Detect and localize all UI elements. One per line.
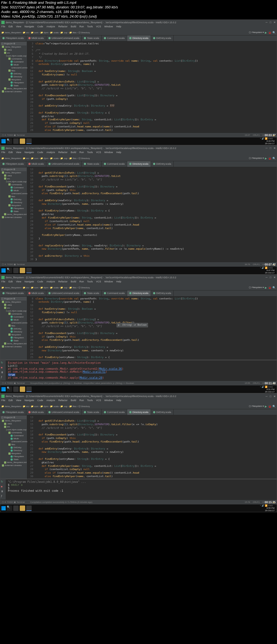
run-button[interactable]: ▶ xyxy=(265,405,267,408)
tree-item-demo_filesystem[interactable]: demo_filesystem xyxy=(1,300,27,303)
system-clock[interactable]: ^ 🔊 📶 ENG 8:55 PM29-Oct-17 xyxy=(260,504,276,512)
tree-item-State[interactable]: State xyxy=(1,84,27,87)
search-button[interactable]: 🔍 xyxy=(7,387,12,392)
tree-item-commands[interactable]: commands xyxy=(1,312,27,315)
tab-Mkdir.scala[interactable]: Mkdir.scala xyxy=(26,290,46,296)
pause-icon[interactable]: ⏸ xyxy=(1,371,5,375)
status-tabs[interactable]: ▢ 6: TODO ▣ Terminal xyxy=(2,501,25,503)
menu-edit[interactable]: Edit xyxy=(9,25,13,30)
menu-window[interactable]: Window xyxy=(104,25,113,30)
menu-build[interactable]: Build xyxy=(71,25,76,30)
exit-icon[interactable]: ⤴ xyxy=(1,495,5,498)
intellij-icon[interactable] xyxy=(26,387,32,392)
maximize-button[interactable]: □ xyxy=(270,395,271,398)
menu-tools[interactable]: Tools xyxy=(87,151,93,156)
menu-run[interactable]: Run xyxy=(80,151,84,156)
line-sep[interactable]: CRLF‡ xyxy=(253,134,260,136)
tree-item-src[interactable]: src xyxy=(1,51,27,54)
console-output[interactable]: Exception in thread "main" java.lang.Nul… xyxy=(6,360,277,381)
tree-item-com.rtjvm.scala.oop[interactable]: com.rtjvm.scala.oop xyxy=(1,180,27,183)
tab-Command.scala[interactable]: Command.scala xyxy=(102,161,127,167)
stop-icon[interactable]: ■ xyxy=(1,366,5,370)
intellij-icon[interactable] xyxy=(26,138,32,144)
code-editor[interactable]: 3 class="kw">import scala.annotation.tai… xyxy=(27,41,277,133)
maximize-button[interactable]: □ xyxy=(270,147,271,150)
tree-item-filesystem[interactable]: filesystem xyxy=(1,452,27,455)
console-output[interactable]: "C:\Program Files\Java\jdk1.8.0_66\bin\j… xyxy=(6,479,277,500)
tree-item-Command[interactable]: Command xyxy=(1,315,27,318)
tree-item-com.rtjvm.scala.oop[interactable]: com.rtjvm.scala.oop xyxy=(1,309,27,312)
tree-item-src[interactable]: src xyxy=(1,306,27,309)
exit-icon[interactable]: ⤴ xyxy=(1,376,5,379)
tree-item-DirEntry[interactable]: DirEntry xyxy=(1,198,27,201)
tree-item-filesystem[interactable]: filesystem xyxy=(1,78,27,81)
tab-Directory.scala[interactable]: Directory.scala xyxy=(127,161,151,167)
tab-Filesystem.scala[interactable]: Filesystem.scala xyxy=(0,35,26,41)
tree-item-.idea[interactable]: .idea xyxy=(1,48,27,51)
explorer-icon[interactable] xyxy=(20,387,25,392)
menu-tools[interactable]: Tools xyxy=(87,280,93,285)
menu-run[interactable]: Run xyxy=(80,280,84,285)
menu-help[interactable]: Help xyxy=(116,399,121,404)
breadcrumb[interactable]: 📁 demo_filesystem › 📁 src › 📁 com › 📁 rt… xyxy=(1,157,90,160)
close-button[interactable]: ✕ xyxy=(273,21,276,24)
tab-State.scala[interactable]: State.scala xyxy=(82,290,102,296)
line-sep[interactable]: CRLF‡ xyxy=(253,382,260,384)
tab-UnknownCommand.scala[interactable]: UnknownCommand.scala xyxy=(46,35,82,41)
tree-item-commands[interactable]: commands xyxy=(1,431,27,434)
project-tool-header[interactable]: ▢ Project ▾ ⚙ xyxy=(1,168,27,171)
menu-tools[interactable]: Tools xyxy=(87,399,93,404)
search-icon[interactable]: 🔍 xyxy=(272,405,276,408)
tab-UnknownCommand.scala[interactable]: UnknownCommand.scala xyxy=(46,409,82,415)
tree-item-Command[interactable]: Command xyxy=(1,186,27,189)
close-button[interactable]: ✕ xyxy=(273,147,276,150)
menu-code[interactable]: Code xyxy=(37,280,43,285)
system-clock[interactable]: ^ 🔊 📶 ENG 8:51 PM29-Oct-17 xyxy=(260,386,276,393)
tree-item-Directory[interactable]: Directory xyxy=(1,330,27,333)
tab-Command.scala[interactable]: Command.scala xyxy=(102,35,127,41)
minimize-button[interactable]: ─ xyxy=(266,395,268,398)
start-button[interactable] xyxy=(1,268,6,273)
tab-State.scala[interactable]: State.scala xyxy=(82,409,102,415)
tree-item-demo_filesystem.iml[interactable]: demo_filesystem.iml xyxy=(1,213,27,216)
menu-edit[interactable]: Edit xyxy=(9,399,13,404)
tree-item-External Libraries[interactable]: External Libraries xyxy=(1,464,27,467)
tab-DirEntry.scala[interactable]: DirEntry.scala xyxy=(151,290,174,296)
menu-run[interactable]: Run xyxy=(80,25,84,30)
taskview-button[interactable] xyxy=(13,506,19,511)
tree-item-Directory[interactable]: Directory xyxy=(1,201,27,204)
menu-code[interactable]: Code xyxy=(37,151,43,156)
system-clock[interactable]: ^ 🔊 📶 ENG 8:47 PM29-Oct-17 xyxy=(260,267,276,274)
tab-Command.scala[interactable]: Command.scala xyxy=(102,409,127,415)
tree-item-src[interactable]: src xyxy=(1,177,27,180)
tab-Mkdir.scala[interactable]: Mkdir.scala xyxy=(26,409,46,415)
menu-tools[interactable]: Tools xyxy=(87,25,93,30)
line-sep[interactable]: CRLF‡ xyxy=(253,263,260,266)
tree-item-commands[interactable]: commands xyxy=(1,183,27,186)
tree-item-Mkdir[interactable]: Mkdir xyxy=(1,437,27,440)
breadcrumb[interactable]: 📁 demo_filesystem › 📁 src › 📁 com › 📁 rt… xyxy=(1,286,90,289)
tab-Mkdir.scala[interactable]: Mkdir.scala xyxy=(26,161,46,167)
start-button[interactable] xyxy=(1,387,6,391)
minimize-button[interactable]: ─ xyxy=(266,276,268,279)
tree-item-State[interactable]: State xyxy=(1,339,27,342)
tree-item-Filesystem[interactable]: Filesystem xyxy=(1,336,27,339)
rerun-icon[interactable]: ↻ xyxy=(1,480,5,484)
taskview-button[interactable] xyxy=(13,268,19,273)
tab-Command.scala[interactable]: Command.scala xyxy=(102,290,127,296)
tree-item-External Libraries[interactable]: External Libraries xyxy=(1,90,27,93)
run-config[interactable]: ▢ Filesystem ▾ xyxy=(249,157,264,160)
tree-item-UnknownCommand[interactable]: UnknownCommand xyxy=(1,440,27,443)
tree-item-Mkdir[interactable]: Mkdir xyxy=(1,189,27,192)
stack-link[interactable]: Mkdir.scala:20 xyxy=(80,376,102,379)
menu-edit[interactable]: Edit xyxy=(9,151,13,156)
tree-item-demo_filesystem[interactable]: demo_filesystem xyxy=(1,171,27,174)
tree-item-demo_filesystem.iml[interactable]: demo_filesystem.iml xyxy=(1,461,27,464)
tab-Filesystem.scala[interactable]: Filesystem.scala xyxy=(0,409,26,415)
tab-Filesystem.scala[interactable]: Filesystem.scala xyxy=(0,161,26,167)
tree-item-State[interactable]: State xyxy=(1,458,27,461)
search-button[interactable]: 🔍 xyxy=(7,268,12,273)
code-editor[interactable]: 13 14 def getAllFoldersInPath: List[Stri… xyxy=(27,167,277,262)
run-config[interactable]: ▢ Filesystem ▾ xyxy=(249,405,264,408)
project-tool-header[interactable]: ▢ Project ▾ ⚙ xyxy=(1,416,27,419)
